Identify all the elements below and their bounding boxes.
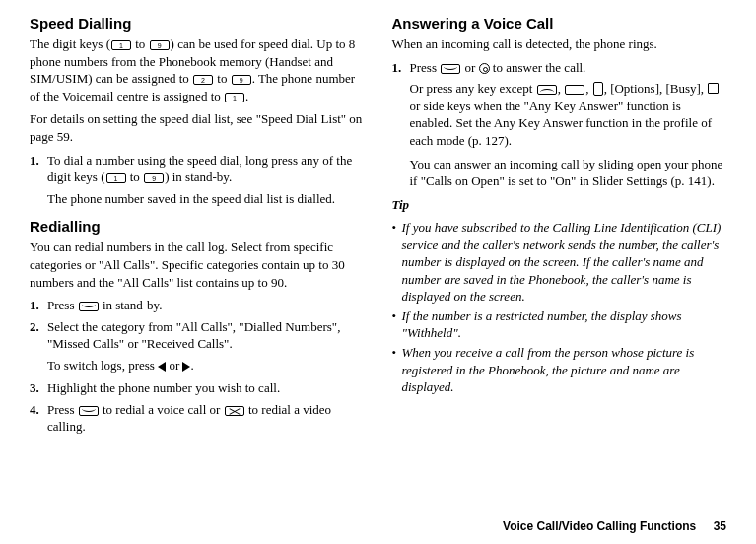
left-arrow-icon — [158, 362, 166, 372]
footer-title: Voice Call/Video Calling Functions — [503, 519, 696, 533]
answer-step-1-slide: You can answer an incoming call by slidi… — [410, 156, 727, 190]
text: , [Options], [Busy], — [604, 81, 708, 96]
page-number: 35 — [714, 519, 726, 533]
redial-step-3: 3. Highlight the phone number you wish t… — [30, 379, 365, 397]
page: Speed Dialling The digit keys (1 to 9) c… — [0, 0, 756, 544]
tip-item-1: • If you have subscribed to the Calling … — [392, 219, 727, 306]
tip-text: If the number is a restricted number, th… — [402, 307, 727, 342]
text: or — [166, 358, 182, 373]
page-footer: Voice Call/Video Calling Functions 35 — [503, 518, 726, 534]
digit-1-key-icon: 1 — [225, 93, 244, 102]
center-key-icon — [479, 63, 490, 74]
bullet-icon: • — [392, 219, 402, 306]
text: to — [214, 71, 231, 86]
text: to — [132, 36, 149, 51]
heading-redialling: Redialling — [30, 217, 365, 237]
text: Or press any key except — [410, 81, 536, 96]
step-body: Highlight the phone number you wish to c… — [47, 379, 365, 397]
call-key-icon — [79, 406, 99, 416]
call-key-icon — [79, 302, 99, 311]
redial-step-2-sub: To switch logs, press or . — [47, 357, 365, 374]
text: Press — [410, 60, 441, 75]
digit-1-key-icon: 1 — [106, 173, 126, 183]
text: Press — [47, 402, 78, 417]
tip-item-3: • When you receive a call from the perso… — [392, 344, 727, 396]
step-body: To dial a number using the speed dial, l… — [47, 152, 365, 186]
bullet-icon: • — [392, 307, 402, 342]
bullet-icon: • — [392, 344, 402, 396]
redial-paragraph-1: You can redial numbers in the call log. … — [30, 238, 365, 291]
left-column: Speed Dialling The digit keys (1 to 9) c… — [30, 14, 365, 534]
text: Press — [47, 298, 78, 312]
text: in stand-by. — [100, 298, 163, 312]
text: . — [190, 358, 193, 373]
text: or side keys when the "Any Key Answer" f… — [410, 99, 713, 148]
step-number: 1. — [30, 297, 47, 314]
speed-step-1: 1. To dial a number using the speed dial… — [30, 152, 365, 186]
heading-speed-dialling: Speed Dialling — [30, 14, 365, 34]
answer-step-1: 1. Press or to answer the call. — [392, 59, 727, 77]
step-number: 1. — [392, 59, 410, 77]
heading-answering: Answering a Voice Call — [392, 14, 727, 34]
text: To switch logs, press — [47, 358, 158, 373]
side-key-icon — [593, 82, 603, 96]
call-key-icon — [441, 64, 460, 74]
step-body: Select the category from "All Calls", "D… — [47, 318, 365, 353]
shortcut-key-icon — [708, 83, 719, 94]
tip-heading: Tip — [392, 196, 727, 214]
step-number: 3. — [30, 379, 47, 397]
step-number: 4. — [30, 401, 47, 436]
end-key-icon — [537, 85, 557, 95]
digit-9-key-icon: 9 — [232, 75, 251, 85]
tip-text: When you receive a call from the person … — [402, 344, 727, 396]
digit-9-key-icon: 9 — [144, 173, 164, 183]
redial-step-2: 2. Select the category from "All Calls",… — [30, 318, 365, 353]
text: . — [245, 89, 248, 103]
redial-step-1: 1. Press in stand-by. — [30, 297, 365, 314]
soft-key-icon — [565, 85, 584, 95]
speed-paragraph-1: The digit keys (1 to 9) can be used for … — [30, 35, 365, 104]
text: , — [585, 81, 592, 96]
tip-item-2: • If the number is a restricted number, … — [392, 307, 727, 342]
answer-paragraph-1: When an incoming call is detected, the p… — [392, 35, 727, 53]
text: or — [461, 60, 478, 75]
speed-paragraph-2: For details on setting the speed dial li… — [30, 110, 365, 145]
digit-1-key-icon: 1 — [111, 40, 131, 50]
text: to redial a voice call or — [100, 402, 224, 417]
right-column: Answering a Voice Call When an incoming … — [392, 14, 727, 534]
text: The digit keys ( — [30, 36, 110, 51]
text: to answer the call. — [490, 60, 586, 75]
digit-9-key-icon: 9 — [150, 40, 170, 50]
text: ) in stand-by. — [165, 170, 232, 184]
step-number: 1. — [30, 152, 47, 186]
digit-2-key-icon: 2 — [193, 75, 213, 85]
step-number: 2. — [30, 318, 47, 353]
video-call-key-icon — [225, 406, 244, 416]
step-body: Press in stand-by. — [47, 297, 365, 314]
text: to — [127, 170, 144, 184]
speed-step-1-result: The phone number saved in the speed dial… — [47, 190, 365, 208]
redial-step-4: 4. Press to redial a voice call or to re… — [30, 401, 365, 436]
text: , — [558, 81, 565, 96]
step-body: Press or to answer the call. — [410, 59, 727, 77]
step-body: Press to redial a voice call or to redia… — [47, 401, 365, 436]
tip-text: If you have subscribed to the Calling Li… — [402, 219, 727, 306]
answer-step-1-or: Or press any key except , , , [Options],… — [410, 80, 727, 149]
